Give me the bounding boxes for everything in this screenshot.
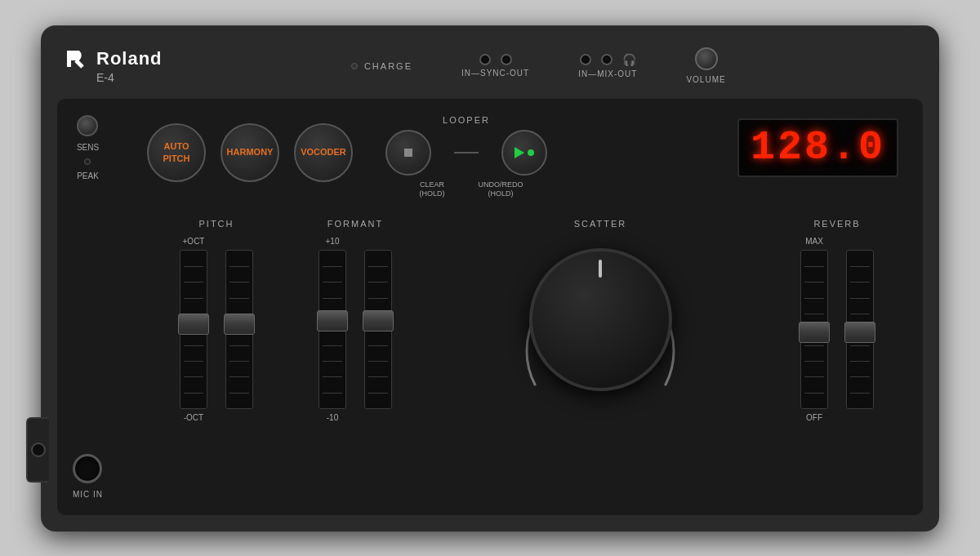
mix-out-port[interactable] [601, 54, 612, 65]
mic-in-jack[interactable] [73, 454, 102, 483]
reverb-slider-2-track [846, 250, 874, 409]
roland-e4-device: Roland E-4 CHARGE IN—SYNC-OUT [41, 25, 939, 532]
left-section: SENS PEAK MIC IN [57, 99, 118, 515]
harmony-button[interactable]: HARMONY [220, 123, 279, 182]
pitch-slider-2-container: +OCT [225, 237, 253, 422]
mic-in-connector[interactable] [31, 443, 46, 457]
play-icon [514, 147, 524, 158]
pitch-sliders: +OCT [180, 237, 253, 422]
reverb-bottom-label: OFF [806, 413, 822, 422]
looper-clear-button[interactable] [385, 130, 431, 176]
formant-slider-2-track [364, 250, 392, 409]
scatter-title: SCATTER [574, 219, 627, 229]
harmony-label: HARMONY [227, 147, 274, 158]
model-name: E-4 [96, 71, 163, 84]
pitch-slider-1[interactable] [178, 314, 209, 335]
top-row: AUTOPITCH HARMONY VOCODER LOOPER [147, 115, 898, 199]
undo-redo-label: UNDO/REDO(HOLD) [478, 180, 523, 199]
headphone-icon: 🎧 [622, 53, 636, 66]
top-bar: Roland E-4 CHARGE IN—SYNC-OUT [41, 25, 939, 107]
mix-ports-group: 🎧 IN—MIX-OUT [578, 53, 637, 78]
auto-pitch-label: AUTOPITCH [163, 140, 190, 164]
pitch-title: PITCH [199, 219, 234, 229]
peak-led [84, 158, 91, 165]
auto-pitch-button[interactable]: AUTOPITCH [147, 123, 206, 182]
volume-label: VOLUME [686, 75, 725, 84]
sync-ports-group: IN—SYNC-OUT [461, 54, 529, 78]
sens-section: SENS PEAK [77, 115, 99, 180]
mix-ports-label: IN—MIX-OUT [578, 69, 637, 78]
pitch-bottom-label: -OCT [184, 413, 203, 422]
pitch-top-label: +OCT [183, 237, 205, 246]
reverb-title: REVERB [813, 219, 860, 229]
display-box: 128.0 [737, 118, 898, 177]
reverb-slider-1-track [800, 250, 828, 409]
record-icon [528, 149, 534, 156]
formant-slider-1[interactable] [317, 310, 348, 331]
formant-section: FORMANT +10 [286, 219, 425, 422]
scatter-knob-area [529, 248, 672, 391]
effect-buttons: AUTOPITCH HARMONY VOCODER [147, 115, 353, 182]
pitch-slider-1-track [180, 250, 207, 409]
looper-play-button[interactable] [501, 130, 547, 176]
volume-knob[interactable] [695, 47, 718, 70]
content-area: AUTOPITCH HARMONY VOCODER LOOPER [147, 115, 898, 499]
mix-in-port[interactable] [580, 54, 591, 65]
roland-logo: Roland [65, 48, 163, 69]
reverb-top-label: MAX [805, 237, 823, 246]
vocoder-label: VOCODER [301, 147, 346, 158]
mic-in-section: MIC IN [73, 454, 103, 499]
pitch-slider-1-container: +OCT [180, 237, 207, 422]
pitch-section: PITCH +OCT [147, 219, 286, 422]
looper-labels: CLEAR(HOLD) UNDO/REDO(HOLD) [409, 180, 523, 199]
reverb-slider-2-container: MAX [846, 237, 874, 422]
sync-ports-row [479, 54, 512, 65]
mic-in-label: MIC IN [73, 490, 103, 499]
reverb-slider-2[interactable] [844, 322, 875, 343]
formant-slider-2[interactable] [363, 310, 394, 331]
pitch-slider-2-track [225, 250, 253, 409]
main-panel: SENS PEAK MIC IN AUTOPITCH HARMONY [57, 99, 923, 515]
display-value: 128.0 [751, 124, 885, 171]
clear-label: CLEAR(HOLD) [409, 180, 455, 199]
stop-icon [404, 149, 412, 157]
looper-buttons [385, 130, 547, 176]
looper-line [454, 152, 479, 153]
volume-area: VOLUME [686, 47, 725, 84]
scatter-knob-indicator [599, 260, 602, 278]
charge-area: CHARGE [351, 61, 412, 71]
formant-sliders: +10 [318, 237, 392, 422]
formant-bottom-label: -10 [327, 413, 338, 422]
reverb-slider-1[interactable] [799, 322, 830, 343]
sens-knob[interactable] [77, 115, 98, 136]
top-center: CHARGE IN—SYNC-OUT 🎧 IN—MIX-OUT [163, 47, 915, 84]
reverb-sliders: MAX [800, 237, 874, 422]
formant-slider-1-track [318, 250, 346, 409]
formant-slider-1-container: +10 [318, 237, 346, 422]
formant-slider-2-container: +10 [364, 237, 392, 422]
sync-in-port[interactable] [479, 54, 491, 65]
sens-label: SENS [77, 143, 99, 152]
charge-led [351, 63, 358, 69]
mic-in-protrusion [26, 417, 49, 483]
scatter-section: SCATTER [425, 219, 776, 391]
roland-r-icon [65, 49, 91, 69]
sync-ports-label: IN—SYNC-OUT [461, 69, 529, 78]
peak-label: PEAK [77, 171, 99, 180]
scatter-knob[interactable] [529, 248, 672, 391]
brand-name: Roland [96, 48, 163, 69]
formant-title: FORMANT [327, 219, 383, 229]
reverb-section: REVERB MAX [776, 219, 898, 422]
bottom-row: PITCH +OCT [147, 219, 898, 422]
charge-label: CHARGE [364, 61, 412, 71]
looper-title: LOOPER [443, 115, 490, 125]
sync-out-port[interactable] [501, 54, 512, 65]
pitch-slider-2[interactable] [224, 314, 255, 335]
vocoder-button[interactable]: VOCODER [294, 123, 353, 182]
looper-section: LOOPER CLEAR(HOLD) [369, 115, 547, 199]
formant-top-label: +10 [326, 237, 340, 246]
display-section: 128.0 [737, 115, 898, 177]
mix-ports-row: 🎧 [580, 53, 636, 66]
svg-rect-0 [67, 51, 71, 67]
reverb-slider-1-container: MAX [800, 237, 828, 422]
